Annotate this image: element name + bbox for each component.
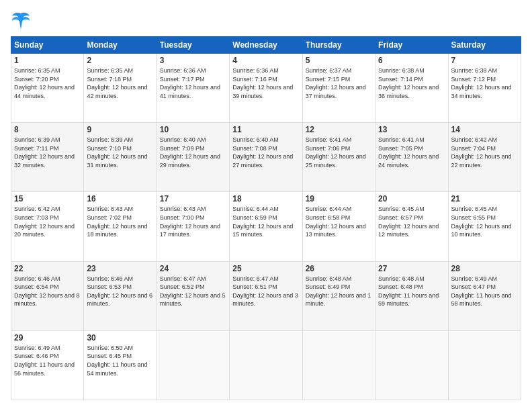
cell-sunrise: Sunrise: 6:42 AM [451, 136, 498, 143]
cell-sunrise: Sunrise: 6:40 AM [232, 136, 279, 143]
day-number: 19 [306, 194, 372, 203]
cell-daylight: Daylight: 12 hours and 37 minutes. [306, 84, 366, 99]
calendar-table: SundayMondayTuesdayWednesdayThursdayFrid… [11, 36, 521, 400]
calendar-cell: 23Sunrise: 6:46 AMSunset: 6:53 PMDayligh… [84, 261, 157, 330]
calendar-cell: 8Sunrise: 6:39 AMSunset: 7:11 PMDaylight… [11, 123, 84, 192]
cell-sunrise: Sunrise: 6:46 AM [14, 275, 60, 282]
cell-daylight: Daylight: 11 hours and 56 minutes. [14, 361, 75, 377]
calendar-cell: 20Sunrise: 6:45 AMSunset: 6:57 PMDayligh… [375, 192, 448, 261]
calendar-cell: 11Sunrise: 6:40 AMSunset: 7:08 PMDayligh… [230, 123, 302, 192]
calendar-cell: 2Sunrise: 6:35 AMSunset: 7:18 PMDaylight… [84, 54, 157, 123]
day-number: 3 [160, 56, 226, 65]
cell-sunset: Sunset: 6:45 PM [87, 353, 132, 359]
calendar-header-monday: Monday [84, 37, 157, 54]
cell-sunrise: Sunrise: 6:42 AM [14, 205, 60, 212]
page: SundayMondayTuesdayWednesdayThursdayFrid… [0, 0, 532, 411]
calendar-cell: 1Sunrise: 6:35 AMSunset: 7:20 PMDaylight… [11, 54, 84, 123]
cell-sunrise: Sunrise: 6:35 AM [14, 67, 60, 74]
cell-daylight: Daylight: 11 hours and 59 minutes. [378, 292, 439, 308]
cell-sunset: Sunset: 6:52 PM [160, 283, 205, 290]
cell-daylight: Daylight: 12 hours and 34 minutes. [451, 84, 512, 99]
cell-sunset: Sunset: 6:53 PM [87, 283, 132, 290]
cell-sunrise: Sunrise: 6:47 AM [160, 275, 206, 282]
day-number: 18 [232, 194, 299, 203]
day-number: 30 [87, 333, 153, 342]
cell-sunset: Sunset: 7:17 PM [160, 76, 205, 83]
cell-sunset: Sunset: 7:18 PM [87, 76, 132, 83]
cell-sunset: Sunset: 7:06 PM [306, 145, 351, 152]
cell-sunset: Sunset: 6:58 PM [306, 214, 351, 221]
day-number: 16 [87, 194, 153, 203]
cell-daylight: Daylight: 11 hours and 54 minutes. [87, 361, 147, 377]
calendar-cell: 27Sunrise: 6:48 AMSunset: 6:48 PMDayligh… [375, 261, 448, 330]
day-number: 20 [378, 194, 445, 203]
day-number: 5 [306, 56, 372, 65]
cell-sunrise: Sunrise: 6:46 AM [87, 275, 133, 282]
cell-sunrise: Sunrise: 6:48 AM [378, 275, 425, 282]
cell-sunrise: Sunrise: 6:43 AM [160, 205, 206, 212]
cell-sunrise: Sunrise: 6:39 AM [87, 136, 133, 143]
calendar-week-row: 29Sunrise: 6:49 AMSunset: 6:46 PMDayligh… [11, 330, 521, 400]
day-number: 17 [160, 194, 226, 203]
day-number: 12 [306, 125, 372, 134]
cell-sunrise: Sunrise: 6:45 AM [451, 205, 498, 212]
calendar-cell: 19Sunrise: 6:44 AMSunset: 6:58 PMDayligh… [302, 192, 375, 261]
cell-daylight: Daylight: 12 hours and 27 minutes. [232, 153, 293, 169]
calendar-header-tuesday: Tuesday [157, 37, 229, 54]
cell-sunrise: Sunrise: 6:36 AM [232, 67, 279, 74]
calendar-cell: 10Sunrise: 6:40 AMSunset: 7:09 PMDayligh… [157, 123, 229, 192]
cell-sunset: Sunset: 7:20 PM [14, 76, 59, 83]
calendar-cell [375, 330, 448, 400]
cell-daylight: Daylight: 12 hours and 42 minutes. [87, 84, 147, 99]
cell-daylight: Daylight: 12 hours and 6 minutes. [87, 292, 152, 308]
day-number: 11 [232, 125, 299, 134]
cell-sunset: Sunset: 7:11 PM [14, 145, 59, 152]
cell-sunset: Sunset: 7:10 PM [87, 145, 132, 152]
calendar-week-row: 1Sunrise: 6:35 AMSunset: 7:20 PMDaylight… [11, 54, 521, 123]
cell-daylight: Daylight: 12 hours and 15 minutes. [232, 223, 293, 238]
calendar-header-saturday: Saturday [448, 37, 521, 54]
cell-sunrise: Sunrise: 6:45 AM [378, 205, 425, 212]
day-number: 14 [451, 125, 518, 134]
calendar-cell: 28Sunrise: 6:49 AMSunset: 6:47 PMDayligh… [448, 261, 521, 330]
cell-sunrise: Sunrise: 6:37 AM [306, 67, 352, 74]
cell-sunset: Sunset: 7:02 PM [87, 214, 132, 221]
cell-sunset: Sunset: 7:12 PM [451, 76, 496, 83]
cell-daylight: Daylight: 11 hours and 58 minutes. [451, 292, 512, 308]
cell-daylight: Daylight: 12 hours and 12 minutes. [378, 223, 439, 238]
calendar-cell: 21Sunrise: 6:45 AMSunset: 6:55 PMDayligh… [448, 192, 521, 261]
cell-sunset: Sunset: 6:47 PM [451, 283, 496, 290]
cell-sunset: Sunset: 6:46 PM [14, 353, 59, 359]
cell-sunset: Sunset: 7:08 PM [232, 145, 277, 152]
calendar-cell: 3Sunrise: 6:36 AMSunset: 7:17 PMDaylight… [157, 54, 229, 123]
day-number: 6 [378, 56, 445, 65]
day-number: 25 [232, 264, 299, 273]
day-number: 29 [14, 333, 81, 342]
day-number: 28 [451, 264, 518, 273]
calendar-week-row: 15Sunrise: 6:42 AMSunset: 7:03 PMDayligh… [11, 192, 521, 261]
calendar-week-row: 8Sunrise: 6:39 AMSunset: 7:11 PMDaylight… [11, 123, 521, 192]
cell-sunset: Sunset: 6:57 PM [378, 214, 423, 221]
calendar-header-wednesday: Wednesday [230, 37, 302, 54]
calendar-cell: 18Sunrise: 6:44 AMSunset: 6:59 PMDayligh… [230, 192, 302, 261]
calendar-header-sunday: Sunday [11, 37, 84, 54]
cell-sunrise: Sunrise: 6:49 AM [451, 275, 498, 282]
calendar-cell: 16Sunrise: 6:43 AMSunset: 7:02 PMDayligh… [84, 192, 157, 261]
cell-sunset: Sunset: 6:51 PM [232, 283, 277, 290]
calendar-week-row: 22Sunrise: 6:46 AMSunset: 6:54 PMDayligh… [11, 261, 521, 330]
cell-daylight: Daylight: 12 hours and 17 minutes. [160, 223, 220, 238]
cell-sunset: Sunset: 6:55 PM [451, 214, 496, 221]
cell-sunrise: Sunrise: 6:40 AM [160, 136, 206, 143]
calendar-header-row: SundayMondayTuesdayWednesdayThursdayFrid… [11, 37, 521, 54]
cell-sunset: Sunset: 7:16 PM [232, 76, 277, 83]
day-number: 2 [87, 56, 153, 65]
cell-sunset: Sunset: 6:49 PM [306, 283, 351, 290]
cell-daylight: Daylight: 12 hours and 18 minutes. [87, 223, 147, 238]
calendar-header-friday: Friday [375, 37, 448, 54]
calendar-cell: 25Sunrise: 6:47 AMSunset: 6:51 PMDayligh… [230, 261, 302, 330]
cell-sunrise: Sunrise: 6:47 AM [232, 275, 279, 282]
day-number: 13 [378, 125, 445, 134]
cell-sunset: Sunset: 7:05 PM [378, 145, 423, 152]
calendar-cell: 15Sunrise: 6:42 AMSunset: 7:03 PMDayligh… [11, 192, 84, 261]
cell-daylight: Daylight: 12 hours and 24 minutes. [378, 153, 439, 169]
